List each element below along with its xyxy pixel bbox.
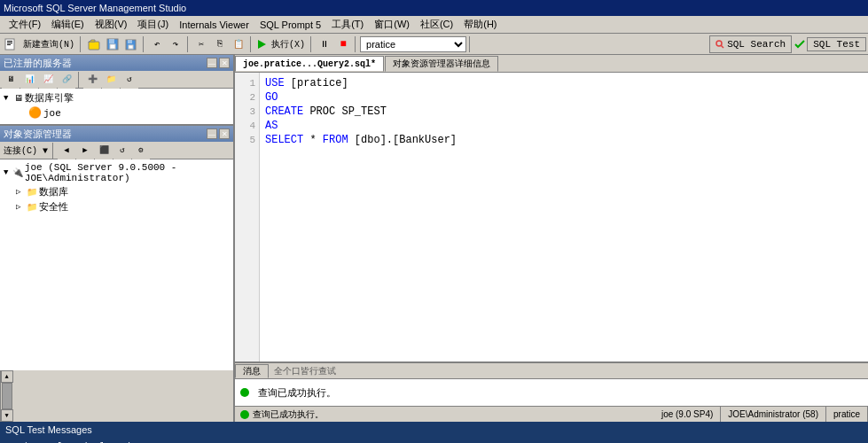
save-all-btn[interactable] bbox=[122, 35, 140, 53]
obj-refresh-btn[interactable]: ↺ bbox=[113, 142, 131, 159]
obj-back-btn[interactable]: ◀ bbox=[58, 142, 75, 159]
scroll-up[interactable]: ▲ bbox=[1, 370, 13, 383]
messages-extra: 全个口皆行查试 bbox=[269, 365, 341, 377]
line-num-4: 4 bbox=[239, 119, 255, 133]
menu-file[interactable]: 文件(F) bbox=[4, 17, 46, 32]
svg-rect-4 bbox=[89, 42, 99, 50]
reg-server-refresh-btn[interactable]: ↺ bbox=[121, 71, 138, 89]
panel-title-icons: — ✕ bbox=[207, 58, 230, 68]
registered-servers-panel: 已注册的服务器 — ✕ 🖥 📊 📈 🔗 ➕ 📁 ↺ ▼ 🖥 bbox=[0, 55, 233, 126]
execute-icon bbox=[255, 38, 268, 51]
success-indicator bbox=[240, 388, 249, 397]
tree-item-security[interactable]: ▷ 📁 安全性 bbox=[14, 199, 231, 214]
scroll-track bbox=[2, 383, 12, 409]
select-star: * bbox=[303, 133, 323, 147]
svg-rect-3 bbox=[7, 44, 11, 45]
obj-scrollbar[interactable]: ▲ ▼ bbox=[0, 370, 12, 422]
toolbar-sep5 bbox=[310, 36, 313, 52]
obj-pin-btn[interactable]: — bbox=[207, 128, 217, 139]
svg-rect-1 bbox=[7, 41, 12, 42]
svg-marker-11 bbox=[258, 40, 266, 49]
sql-test-btn[interactable]: SQL Test bbox=[807, 37, 866, 51]
menu-window[interactable]: 窗口(W) bbox=[369, 17, 415, 32]
panel-pin-btn[interactable]: — bbox=[207, 58, 217, 68]
menu-view[interactable]: 视图(V) bbox=[90, 17, 133, 32]
reg-server-analysis-icon[interactable]: 📊 bbox=[20, 71, 38, 89]
kw-select: SELECT bbox=[265, 133, 303, 147]
tree-item-joe[interactable]: 🟠 joe bbox=[16, 105, 231, 120]
obj-forward-btn[interactable]: ▶ bbox=[76, 142, 94, 159]
menu-help[interactable]: 帮助(H) bbox=[458, 17, 502, 32]
query-tab-active[interactable]: joe.pratice...Query2.sql* bbox=[235, 56, 384, 72]
obj-close-btn[interactable]: ✕ bbox=[219, 128, 230, 139]
new-query-btn[interactable] bbox=[2, 35, 20, 53]
menu-community[interactable]: 社区(C) bbox=[415, 17, 458, 32]
svg-rect-2 bbox=[7, 43, 12, 43]
menu-tools[interactable]: 工具(T) bbox=[326, 17, 369, 32]
paste-btn[interactable]: 📋 bbox=[230, 35, 247, 53]
cut-btn[interactable]: ✂ bbox=[192, 35, 210, 53]
server-icon: 🔌 bbox=[12, 167, 23, 178]
code-line-1: USE [pratice] bbox=[265, 76, 863, 90]
query-tab-bar: joe.pratice...Query2.sql* 对象资源管理器详细信息 bbox=[235, 55, 868, 73]
reg-server-reporting-icon[interactable]: 📈 bbox=[39, 71, 57, 89]
editor-container: 1 2 3 4 5 USE [pratice] GO CREATE PROC S… bbox=[235, 73, 868, 422]
toolbar-sep3 bbox=[187, 36, 190, 52]
scroll-down[interactable]: ▼ bbox=[1, 409, 13, 422]
messages-tab-bar: 消息 全个口皆行查试 bbox=[235, 363, 868, 379]
root-label: joe (SQL Server 9.0.5000 - JOE\Administr… bbox=[25, 162, 230, 183]
new-query-label[interactable]: 新建查询(N) bbox=[20, 38, 77, 51]
menu-sqlprompt[interactable]: SQL Prompt 5 bbox=[254, 19, 326, 31]
root-expand: ▼ bbox=[4, 168, 11, 177]
menu-project[interactable]: 项目(J) bbox=[132, 17, 174, 32]
kw-use: USE bbox=[265, 76, 285, 90]
tree-item-database[interactable]: ▷ 📁 数据库 bbox=[14, 184, 231, 199]
copy-btn[interactable]: ⎘ bbox=[211, 35, 229, 53]
sql-test-check-icon bbox=[794, 39, 805, 50]
toolbar-sep4 bbox=[250, 36, 253, 52]
toolbar-sep6 bbox=[355, 36, 357, 52]
db-expand: ▷ bbox=[16, 187, 25, 197]
db-engine-label: 数据库引擎 bbox=[25, 91, 74, 105]
expand-icon: ▼ bbox=[4, 94, 12, 103]
security-folder-label: 安全性 bbox=[39, 200, 68, 214]
code-editor[interactable]: USE [pratice] GO CREATE PROC SP_TEST AS … bbox=[260, 73, 868, 361]
toolbar-sep1 bbox=[80, 36, 82, 52]
sql-test-msg-bar: Database: [pratice] on joe bbox=[0, 438, 868, 443]
execute-label[interactable]: 执行(X) bbox=[269, 38, 308, 51]
save-btn[interactable] bbox=[104, 35, 121, 53]
stop-btn[interactable]: ■ bbox=[334, 35, 352, 53]
title-bar: Microsoft SQL Server Management Studio bbox=[0, 0, 868, 16]
tree-item-db-engine[interactable]: ▼ 🖥 数据库引擎 bbox=[2, 90, 231, 105]
debug-btn[interactable]: ⏸ bbox=[316, 35, 333, 53]
scroll-thumb[interactable] bbox=[2, 383, 12, 409]
reg-server-int-icon[interactable]: 🔗 bbox=[58, 71, 75, 89]
reg-server-folder-btn[interactable]: 📁 bbox=[102, 71, 120, 89]
sql-search-button[interactable]: SQL Search bbox=[709, 35, 792, 53]
obj-detail-tab[interactable]: 对象资源管理器详细信息 bbox=[385, 56, 498, 72]
svg-line-13 bbox=[721, 45, 723, 48]
status-dot bbox=[240, 410, 249, 419]
messages-tab[interactable]: 消息 bbox=[235, 364, 269, 378]
obj-stop-btn[interactable]: ⬛ bbox=[95, 142, 113, 159]
from-table: [dbo].[BankUser] bbox=[348, 133, 457, 147]
status-server: joe (9.0 SP4) bbox=[654, 407, 721, 422]
code-line-3: CREATE PROC SP_TEST bbox=[265, 105, 863, 119]
query-tab-label: joe.pratice...Query2.sql* bbox=[243, 59, 376, 69]
sql-test-area: SQL Test Messages Database: [pratice] on… bbox=[0, 422, 868, 443]
undo-btn[interactable]: ↶ bbox=[148, 35, 166, 53]
reg-server-db-icon[interactable]: 🖥 bbox=[2, 71, 20, 89]
tree-root-joe[interactable]: ▼ 🔌 joe (SQL Server 9.0.5000 - JOE\Admin… bbox=[2, 161, 231, 184]
reg-server-new-btn[interactable]: ➕ bbox=[83, 71, 101, 89]
database-dropdown[interactable]: pratice master bbox=[360, 36, 466, 52]
registered-servers-titlebar: 已注册的服务器 — ✕ bbox=[0, 55, 233, 71]
menu-edit[interactable]: 编辑(E) bbox=[46, 17, 90, 32]
open-btn[interactable] bbox=[85, 35, 103, 53]
menu-internals[interactable]: Internals Viewer bbox=[174, 19, 254, 31]
code-line-2: GO bbox=[265, 90, 863, 105]
redo-btn[interactable]: ↷ bbox=[167, 35, 184, 53]
obj-filter-btn[interactable]: ⚙ bbox=[132, 142, 150, 159]
panel-close-btn[interactable]: ✕ bbox=[219, 58, 230, 68]
use-db: [pratice] bbox=[285, 76, 348, 90]
connect-label[interactable]: 连接(C) ▼ bbox=[2, 144, 50, 157]
